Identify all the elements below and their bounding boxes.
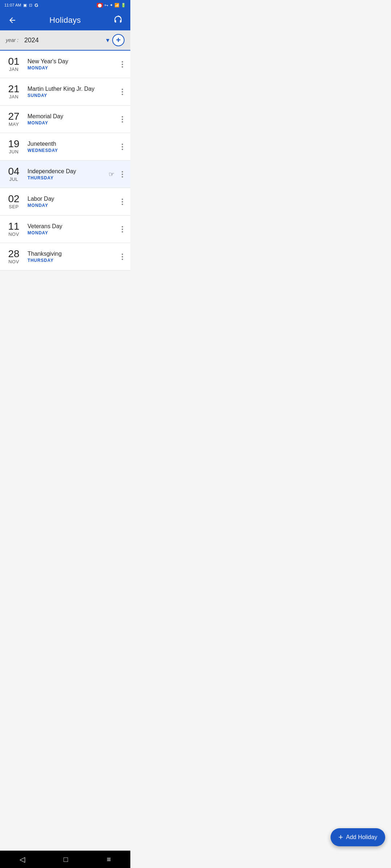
year-label: year :	[6, 37, 18, 43]
holiday-menu-button[interactable]	[120, 113, 125, 125]
page-title: Holidays	[50, 16, 81, 25]
holiday-weekday: SUNDAY	[28, 93, 114, 98]
holiday-info: Juneteenth WEDNESDAY	[28, 141, 114, 153]
holiday-name: Labor Day	[28, 196, 114, 202]
date-month: NOV	[8, 259, 19, 264]
date-day: 02	[8, 194, 19, 204]
google-icon: G	[34, 3, 38, 8]
status-left: 11:07 AM ▣ ⊡ G	[4, 3, 38, 8]
date-day: 28	[8, 249, 19, 259]
holiday-weekday: THURSDAY	[28, 175, 103, 180]
holiday-menu-button[interactable]	[120, 223, 125, 235]
date-month: MAY	[9, 122, 19, 127]
holiday-name: Martin Luther King Jr. Day	[28, 86, 114, 92]
year-selector[interactable]: year : 2024 ▾ +	[0, 30, 130, 51]
date-month: NOV	[8, 231, 19, 237]
toolbar: Holidays	[0, 10, 130, 30]
headset-button[interactable]	[112, 14, 125, 27]
holiday-info: New Year's Day MONDAY	[28, 58, 114, 71]
date-month: JAN	[9, 67, 18, 72]
year-value: 2024	[21, 37, 103, 44]
holiday-menu-button[interactable]	[120, 141, 125, 153]
date-day: 04	[8, 166, 19, 176]
date-day: 11	[8, 221, 19, 231]
holiday-list: 01 JAN New Year's Day MONDAY 21 JAN Mart…	[0, 51, 130, 271]
date-block: 27 MAY	[6, 111, 22, 127]
status-bar: 11:07 AM ▣ ⊡ G ⬤ 🗝 ✦ 📶 🔋	[0, 0, 130, 10]
year-dropdown-icon[interactable]: ▾	[106, 36, 109, 44]
status-right: ⬤ 🗝 ✦ 📶 🔋	[97, 3, 126, 8]
holiday-menu-button[interactable]	[120, 86, 125, 98]
date-month: JUL	[9, 176, 18, 182]
date-month: SEP	[9, 204, 19, 209]
holiday-info: Independence Day THURSDAY	[28, 168, 103, 180]
holiday-weekday: MONDAY	[28, 65, 114, 71]
holiday-weekday: MONDAY	[28, 203, 114, 208]
holiday-info: Labor Day MONDAY	[28, 196, 114, 208]
holiday-info: Veterans Day MONDAY	[28, 223, 114, 235]
holiday-item: 11 NOV Veterans Day MONDAY	[0, 216, 130, 243]
holiday-name: Thanksgiving	[28, 251, 114, 257]
holiday-info: Memorial Day MONDAY	[28, 113, 114, 125]
date-block: 28 NOV	[6, 249, 22, 264]
holiday-item: 02 SEP Labor Day MONDAY	[0, 188, 130, 216]
battery-icon: 🔋	[121, 3, 126, 8]
back-button[interactable]	[6, 14, 19, 27]
date-month: JUN	[9, 149, 19, 154]
holiday-item: 19 JUN Juneteenth WEDNESDAY	[0, 133, 130, 161]
bluetooth-icon: ✦	[110, 3, 113, 8]
holiday-name: Juneteenth	[28, 141, 114, 147]
time-display: 11:07 AM	[4, 3, 21, 7]
date-block: 21 JAN	[6, 84, 22, 99]
holiday-weekday: THURSDAY	[28, 258, 114, 263]
date-block: 02 SEP	[6, 194, 22, 209]
wifi-icon: 📶	[114, 3, 119, 8]
holiday-menu-button[interactable]	[120, 251, 125, 263]
holiday-item: 01 JAN New Year's Day MONDAY	[0, 51, 130, 78]
holiday-name: Memorial Day	[28, 113, 114, 120]
cast-icon: ⊡	[29, 3, 32, 8]
holiday-item: 04 JUL Independence Day THURSDAY ☞	[0, 161, 130, 188]
holiday-weekday: WEDNESDAY	[28, 148, 114, 153]
holiday-name: New Year's Day	[28, 58, 114, 65]
year-add-button[interactable]: +	[112, 34, 125, 46]
holiday-menu-button[interactable]	[120, 168, 125, 180]
key-icon: 🗝	[104, 3, 108, 7]
cursor-indicator: ☞	[109, 170, 114, 178]
date-day: 19	[8, 139, 19, 149]
holiday-name: Independence Day	[28, 168, 103, 175]
date-day: 27	[8, 111, 19, 122]
holiday-weekday: MONDAY	[28, 230, 114, 235]
holiday-item: 21 JAN Martin Luther King Jr. Day SUNDAY	[0, 78, 130, 106]
date-block: 01 JAN	[6, 56, 22, 72]
date-month: JAN	[9, 94, 18, 99]
holiday-weekday: MONDAY	[28, 120, 114, 125]
holiday-menu-button[interactable]	[120, 196, 125, 208]
holiday-item: 27 MAY Memorial Day MONDAY	[0, 106, 130, 133]
date-day: 01	[8, 56, 19, 67]
holiday-item: 28 NOV Thanksgiving THURSDAY	[0, 243, 130, 271]
holiday-name: Veterans Day	[28, 223, 114, 230]
holiday-info: Thanksgiving THURSDAY	[28, 251, 114, 263]
date-day: 21	[8, 84, 19, 94]
screen-record-icon: ▣	[23, 3, 27, 8]
date-block: 19 JUN	[6, 139, 22, 154]
date-block: 11 NOV	[6, 221, 22, 237]
date-block: 04 JUL	[6, 166, 22, 182]
holiday-info: Martin Luther King Jr. Day SUNDAY	[28, 86, 114, 98]
video-record-icon: ⬤	[97, 3, 103, 8]
holiday-menu-button[interactable]	[120, 58, 125, 71]
